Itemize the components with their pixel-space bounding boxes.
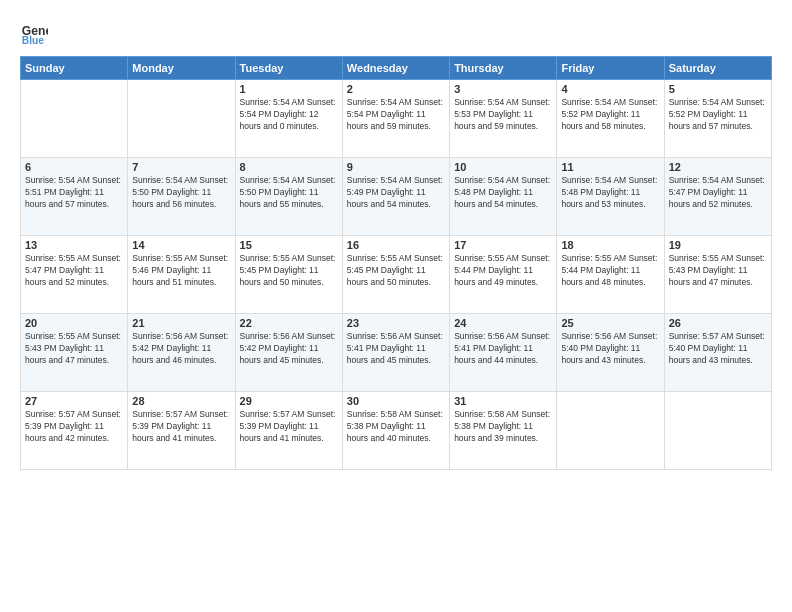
day-number: 23	[347, 317, 445, 329]
day-detail: Sunrise: 5:56 AM Sunset: 5:41 PM Dayligh…	[454, 331, 552, 367]
day-detail: Sunrise: 5:55 AM Sunset: 5:43 PM Dayligh…	[669, 253, 767, 289]
day-number: 15	[240, 239, 338, 251]
day-number: 27	[25, 395, 123, 407]
day-detail: Sunrise: 5:56 AM Sunset: 5:40 PM Dayligh…	[561, 331, 659, 367]
calendar-week-4: 20Sunrise: 5:55 AM Sunset: 5:43 PM Dayli…	[21, 314, 772, 392]
calendar-week-1: 1Sunrise: 5:54 AM Sunset: 5:54 PM Daylig…	[21, 80, 772, 158]
day-detail: Sunrise: 5:56 AM Sunset: 5:42 PM Dayligh…	[132, 331, 230, 367]
calendar-cell	[128, 80, 235, 158]
calendar-cell: 6Sunrise: 5:54 AM Sunset: 5:51 PM Daylig…	[21, 158, 128, 236]
day-number: 22	[240, 317, 338, 329]
weekday-header-tuesday: Tuesday	[235, 57, 342, 80]
day-number: 21	[132, 317, 230, 329]
calendar-cell: 14Sunrise: 5:55 AM Sunset: 5:46 PM Dayli…	[128, 236, 235, 314]
day-detail: Sunrise: 5:54 AM Sunset: 5:52 PM Dayligh…	[561, 97, 659, 133]
day-number: 14	[132, 239, 230, 251]
day-number: 6	[25, 161, 123, 173]
day-detail: Sunrise: 5:55 AM Sunset: 5:43 PM Dayligh…	[25, 331, 123, 367]
day-detail: Sunrise: 5:56 AM Sunset: 5:42 PM Dayligh…	[240, 331, 338, 367]
day-number: 12	[669, 161, 767, 173]
calendar-cell: 31Sunrise: 5:58 AM Sunset: 5:38 PM Dayli…	[450, 392, 557, 470]
day-detail: Sunrise: 5:54 AM Sunset: 5:49 PM Dayligh…	[347, 175, 445, 211]
calendar-cell: 29Sunrise: 5:57 AM Sunset: 5:39 PM Dayli…	[235, 392, 342, 470]
day-detail: Sunrise: 5:58 AM Sunset: 5:38 PM Dayligh…	[347, 409, 445, 445]
calendar-table: SundayMondayTuesdayWednesdayThursdayFrid…	[20, 56, 772, 470]
day-detail: Sunrise: 5:54 AM Sunset: 5:50 PM Dayligh…	[240, 175, 338, 211]
calendar-cell: 15Sunrise: 5:55 AM Sunset: 5:45 PM Dayli…	[235, 236, 342, 314]
day-number: 8	[240, 161, 338, 173]
weekday-header-thursday: Thursday	[450, 57, 557, 80]
page: General Blue SundayMondayTuesdayWednesda…	[0, 0, 792, 612]
day-detail: Sunrise: 5:54 AM Sunset: 5:53 PM Dayligh…	[454, 97, 552, 133]
day-detail: Sunrise: 5:58 AM Sunset: 5:38 PM Dayligh…	[454, 409, 552, 445]
calendar-week-3: 13Sunrise: 5:55 AM Sunset: 5:47 PM Dayli…	[21, 236, 772, 314]
weekday-header-monday: Monday	[128, 57, 235, 80]
calendar-cell	[557, 392, 664, 470]
day-number: 11	[561, 161, 659, 173]
calendar-cell: 20Sunrise: 5:55 AM Sunset: 5:43 PM Dayli…	[21, 314, 128, 392]
weekday-header-saturday: Saturday	[664, 57, 771, 80]
calendar-cell: 28Sunrise: 5:57 AM Sunset: 5:39 PM Dayli…	[128, 392, 235, 470]
day-number: 5	[669, 83, 767, 95]
day-number: 7	[132, 161, 230, 173]
calendar-cell	[664, 392, 771, 470]
calendar-week-5: 27Sunrise: 5:57 AM Sunset: 5:39 PM Dayli…	[21, 392, 772, 470]
day-number: 17	[454, 239, 552, 251]
logo-icon: General Blue	[20, 18, 48, 46]
day-detail: Sunrise: 5:56 AM Sunset: 5:41 PM Dayligh…	[347, 331, 445, 367]
calendar-cell: 17Sunrise: 5:55 AM Sunset: 5:44 PM Dayli…	[450, 236, 557, 314]
calendar-cell: 2Sunrise: 5:54 AM Sunset: 5:54 PM Daylig…	[342, 80, 449, 158]
day-detail: Sunrise: 5:54 AM Sunset: 5:48 PM Dayligh…	[561, 175, 659, 211]
weekday-header-friday: Friday	[557, 57, 664, 80]
calendar-cell: 22Sunrise: 5:56 AM Sunset: 5:42 PM Dayli…	[235, 314, 342, 392]
day-detail: Sunrise: 5:57 AM Sunset: 5:39 PM Dayligh…	[240, 409, 338, 445]
calendar-cell: 8Sunrise: 5:54 AM Sunset: 5:50 PM Daylig…	[235, 158, 342, 236]
day-number: 28	[132, 395, 230, 407]
day-detail: Sunrise: 5:54 AM Sunset: 5:51 PM Dayligh…	[25, 175, 123, 211]
day-detail: Sunrise: 5:54 AM Sunset: 5:54 PM Dayligh…	[347, 97, 445, 133]
day-number: 20	[25, 317, 123, 329]
day-detail: Sunrise: 5:55 AM Sunset: 5:45 PM Dayligh…	[240, 253, 338, 289]
day-detail: Sunrise: 5:55 AM Sunset: 5:47 PM Dayligh…	[25, 253, 123, 289]
calendar-cell: 7Sunrise: 5:54 AM Sunset: 5:50 PM Daylig…	[128, 158, 235, 236]
day-number: 31	[454, 395, 552, 407]
calendar-cell: 12Sunrise: 5:54 AM Sunset: 5:47 PM Dayli…	[664, 158, 771, 236]
calendar-cell: 4Sunrise: 5:54 AM Sunset: 5:52 PM Daylig…	[557, 80, 664, 158]
calendar-cell: 30Sunrise: 5:58 AM Sunset: 5:38 PM Dayli…	[342, 392, 449, 470]
calendar-cell: 10Sunrise: 5:54 AM Sunset: 5:48 PM Dayli…	[450, 158, 557, 236]
day-detail: Sunrise: 5:54 AM Sunset: 5:50 PM Dayligh…	[132, 175, 230, 211]
calendar-week-2: 6Sunrise: 5:54 AM Sunset: 5:51 PM Daylig…	[21, 158, 772, 236]
calendar-cell: 18Sunrise: 5:55 AM Sunset: 5:44 PM Dayli…	[557, 236, 664, 314]
day-number: 13	[25, 239, 123, 251]
calendar-cell: 23Sunrise: 5:56 AM Sunset: 5:41 PM Dayli…	[342, 314, 449, 392]
day-number: 29	[240, 395, 338, 407]
calendar-cell: 27Sunrise: 5:57 AM Sunset: 5:39 PM Dayli…	[21, 392, 128, 470]
day-number: 18	[561, 239, 659, 251]
calendar-cell: 19Sunrise: 5:55 AM Sunset: 5:43 PM Dayli…	[664, 236, 771, 314]
calendar-cell: 16Sunrise: 5:55 AM Sunset: 5:45 PM Dayli…	[342, 236, 449, 314]
calendar-cell: 13Sunrise: 5:55 AM Sunset: 5:47 PM Dayli…	[21, 236, 128, 314]
day-detail: Sunrise: 5:54 AM Sunset: 5:48 PM Dayligh…	[454, 175, 552, 211]
header: General Blue	[20, 18, 772, 46]
calendar-cell: 25Sunrise: 5:56 AM Sunset: 5:40 PM Dayli…	[557, 314, 664, 392]
day-number: 25	[561, 317, 659, 329]
day-detail: Sunrise: 5:55 AM Sunset: 5:44 PM Dayligh…	[454, 253, 552, 289]
calendar-cell: 21Sunrise: 5:56 AM Sunset: 5:42 PM Dayli…	[128, 314, 235, 392]
day-number: 30	[347, 395, 445, 407]
calendar-cell: 1Sunrise: 5:54 AM Sunset: 5:54 PM Daylig…	[235, 80, 342, 158]
weekday-header-sunday: Sunday	[21, 57, 128, 80]
day-number: 19	[669, 239, 767, 251]
day-number: 24	[454, 317, 552, 329]
day-number: 4	[561, 83, 659, 95]
day-number: 26	[669, 317, 767, 329]
calendar-body: 1Sunrise: 5:54 AM Sunset: 5:54 PM Daylig…	[21, 80, 772, 470]
day-detail: Sunrise: 5:57 AM Sunset: 5:39 PM Dayligh…	[25, 409, 123, 445]
calendar-header-row: SundayMondayTuesdayWednesdayThursdayFrid…	[21, 57, 772, 80]
day-number: 3	[454, 83, 552, 95]
calendar-cell: 3Sunrise: 5:54 AM Sunset: 5:53 PM Daylig…	[450, 80, 557, 158]
day-detail: Sunrise: 5:54 AM Sunset: 5:47 PM Dayligh…	[669, 175, 767, 211]
day-number: 16	[347, 239, 445, 251]
day-number: 1	[240, 83, 338, 95]
weekday-header-wednesday: Wednesday	[342, 57, 449, 80]
day-detail: Sunrise: 5:55 AM Sunset: 5:46 PM Dayligh…	[132, 253, 230, 289]
